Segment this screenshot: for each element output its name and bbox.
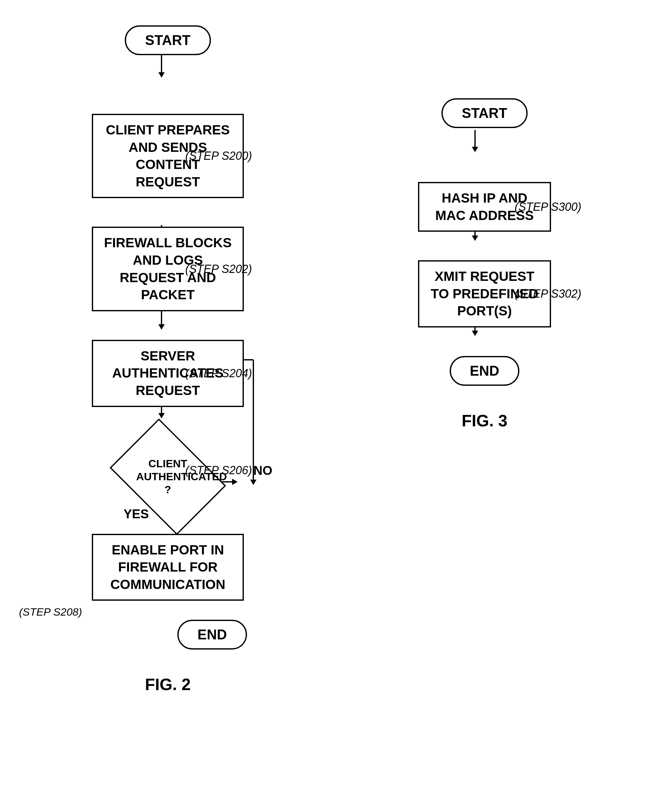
- fig2-end-terminal: END: [177, 620, 247, 650]
- fig3-end-terminal: END: [450, 356, 520, 386]
- fig2-no-label: NO: [253, 463, 272, 478]
- fig3-step-s302-label: (STEP S302): [514, 287, 581, 300]
- fig3-start-terminal: START: [441, 98, 527, 128]
- fig2-step-s200-label: (STEP S200): [185, 149, 252, 163]
- fig2-step-s208-text: ENABLE PORT IN FIREWALL FOR COMMUNICATIO…: [110, 542, 225, 592]
- fig2-start-terminal: START: [125, 26, 210, 55]
- fig2-step-s206-text: CLIENT AUTHENTICATED ?: [136, 457, 199, 496]
- fig2-yes-label: YES: [124, 507, 149, 521]
- fig2-step-s204-label: (STEP S204): [185, 367, 252, 380]
- fig2-step-s208-box: ENABLE PORT IN FIREWALL FOR COMMUNICATIO…: [92, 534, 244, 601]
- fig2-step-s202-label: (STEP S202): [185, 262, 252, 276]
- fig2-step-s208-label: (STEP S208): [19, 606, 82, 618]
- fig3-step-s300-label: (STEP S300): [514, 200, 581, 214]
- fig2-label: FIG. 2: [145, 675, 191, 694]
- fig3-label: FIG. 3: [462, 411, 507, 430]
